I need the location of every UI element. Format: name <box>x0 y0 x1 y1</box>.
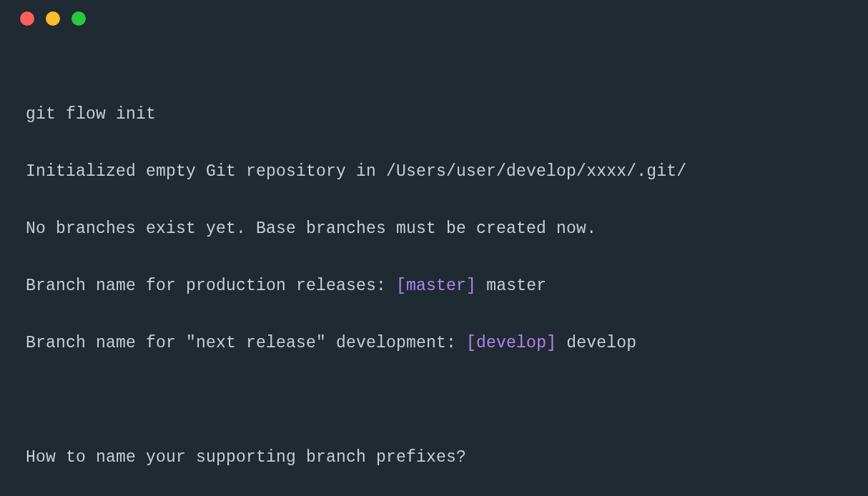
window-close-button[interactable] <box>20 11 34 26</box>
terminal-output[interactable]: git flow init Initialized empty Git repo… <box>26 71 842 496</box>
terminal-line: Branch name for production releases: [ma… <box>26 272 842 300</box>
terminal-window: git flow init Initialized empty Git repo… <box>0 0 868 496</box>
user-input: develop <box>556 334 636 352</box>
terminal-line: No branches exist yet. Base branches mus… <box>26 214 842 243</box>
command-text: git flow init <box>26 105 156 124</box>
default-value: [develop] <box>466 334 556 352</box>
default-value: [master] <box>396 277 476 295</box>
prompt-text: Branch name for production releases: <box>26 277 396 295</box>
output-text: How to name your supporting branch prefi… <box>26 448 466 467</box>
window-zoom-button[interactable] <box>71 11 86 26</box>
terminal-line: Branch name for "next release" developme… <box>26 329 842 357</box>
prompt-text: Branch name for "next release" developme… <box>26 334 466 352</box>
terminal-line: Initialized empty Git repository in /Use… <box>26 157 842 186</box>
output-text: No branches exist yet. Base branches mus… <box>26 219 596 238</box>
terminal-line: How to name your supporting branch prefi… <box>26 443 842 472</box>
window-minimize-button[interactable] <box>46 11 60 26</box>
user-input: master <box>476 277 546 295</box>
output-text: Initialized empty Git repository in /Use… <box>26 162 686 181</box>
terminal-line: git flow init <box>26 100 842 129</box>
window-titlebar <box>0 0 868 37</box>
blank-line <box>26 386 842 415</box>
